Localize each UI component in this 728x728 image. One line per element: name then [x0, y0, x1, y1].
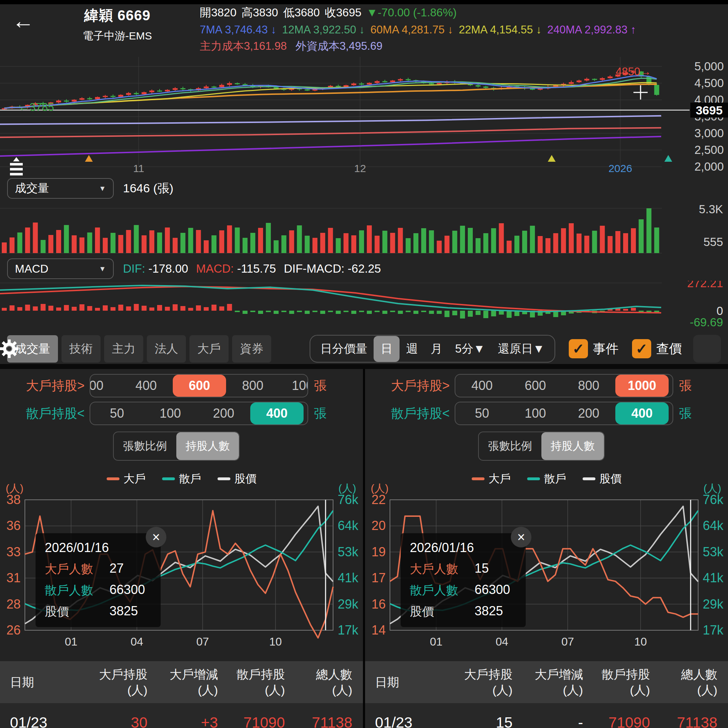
threshold-option-100[interactable]: 100	[509, 402, 562, 424]
threshold-selector[interactable]: 50100200400	[90, 402, 308, 425]
checkbox-查價[interactable]: ✓查價	[632, 339, 682, 358]
svg-text:07: 07	[561, 635, 574, 648]
cell: 01/23	[10, 714, 63, 728]
bottom-toolbar: 成交量技術主力法人大戶資券 日分價量日週月5分▼還原日▼ ✓事件✓查價	[0, 333, 728, 364]
svg-text:4,500: 4,500	[694, 76, 724, 90]
svg-text:53k: 53k	[338, 544, 359, 559]
period-5分▼[interactable]: 5分▼	[449, 341, 491, 357]
threshold-option-400[interactable]: 400	[455, 375, 509, 397]
cell: 71138	[650, 714, 717, 728]
view-toggle[interactable]: 張數比例持股人數	[113, 431, 240, 461]
toggle-持股人數[interactable]: 持股人數	[541, 432, 604, 460]
svg-text:76k: 76k	[338, 492, 359, 507]
table-row[interactable]: 01/2330+37109071138	[0, 703, 363, 728]
period-日分價量[interactable]: 日分價量	[314, 341, 373, 357]
toggle-張數比例[interactable]: 張數比例	[479, 432, 541, 460]
volume-indicator-dropdown[interactable]: 成交量 ▼	[7, 178, 114, 199]
filter-row-big-holders: 大戶持股>4006008001000張	[365, 374, 692, 398]
tooltip-row: 散戶人數66300	[410, 582, 517, 599]
stock-app: ← 緯穎 6669 電子中游-EMS 開3820高3830低3680收3695▼…	[0, 4, 728, 728]
tab-法人[interactable]: 法人	[147, 335, 186, 362]
period-週[interactable]: 週	[399, 341, 424, 357]
svg-text:12: 12	[354, 162, 366, 174]
toggle-張數比例[interactable]: 張數比例	[114, 432, 176, 460]
tooltip-value: 66300	[110, 582, 145, 599]
data-tooltip: 2026/01/16大戶人數27散戶人數66300股價3825×	[35, 533, 161, 627]
svg-text:07: 07	[196, 635, 209, 648]
svg-text:14: 14	[372, 623, 386, 637]
macd-chart[interactable]: 272.210-69.69	[0, 281, 728, 331]
threshold-option-1000[interactable]: 1000	[279, 375, 308, 397]
checkbox-group: ✓事件✓查價	[555, 339, 682, 358]
filter-label: 大戶持股>	[0, 377, 85, 395]
check-icon: ✓	[632, 339, 651, 358]
svg-text:17k: 17k	[703, 623, 724, 637]
tab-大戶[interactable]: 大戶	[190, 335, 229, 362]
holder-panels: 大戶持股>2004006008001000張散戶持股<50100200400張張…	[0, 369, 728, 728]
threshold-option-50[interactable]: 50	[455, 402, 509, 424]
tooltip-row: 散戶人數66300	[45, 582, 151, 599]
svg-text:01: 01	[430, 635, 442, 648]
threshold-option-200[interactable]: 200	[562, 402, 615, 424]
svg-text:22: 22	[372, 492, 386, 507]
cell: 15	[428, 714, 512, 728]
svg-text:272.21: 272.21	[687, 281, 723, 290]
threshold-selector[interactable]: 4006008001000	[455, 374, 673, 398]
threshold-option-100[interactable]: 100	[144, 402, 197, 424]
threshold-option-400[interactable]: 400	[250, 402, 304, 424]
col-header: 總人數(人)	[285, 661, 352, 703]
svg-text:64k: 64k	[703, 518, 724, 533]
filter-label: 散戶持股<	[0, 405, 85, 422]
threshold-option-800[interactable]: 800	[226, 375, 279, 397]
ohlc-item: 收3695	[325, 6, 361, 19]
holders-table: 日期大戶持股(人)大戶增減(人)散戶持股(人)總人數(人)01/2330+371…	[0, 658, 363, 728]
checkbox-事件[interactable]: ✓事件	[569, 339, 618, 358]
threshold-selector[interactable]: 2004006008001000	[90, 374, 308, 398]
threshold-option-1000[interactable]: 1000	[615, 375, 668, 397]
legend-dash-icon	[107, 477, 119, 480]
table-row[interactable]: 01/2315-7109071138	[365, 703, 728, 728]
close-icon[interactable]: ×	[146, 527, 166, 548]
tab-主力[interactable]: 主力	[104, 335, 143, 362]
tooltip-row: 大戶人數27	[45, 561, 151, 577]
threshold-option-200[interactable]: 200	[197, 402, 250, 424]
back-arrow-icon[interactable]: ←	[12, 10, 34, 32]
threshold-option-200[interactable]: 200	[90, 375, 119, 397]
legend-dash-icon	[472, 477, 485, 480]
threshold-option-400[interactable]: 400	[615, 402, 668, 424]
svg-text:11: 11	[133, 162, 144, 174]
holders-table: 日期大戶持股(人)大戶增減(人)散戶持股(人)總人數(人)01/2315-710…	[365, 658, 728, 728]
tooltip-label: 散戶人數	[45, 582, 110, 599]
tab-技術[interactable]: 技術	[61, 335, 101, 362]
ma-value: 60MA 4,281.75 ↓	[370, 23, 453, 36]
volume-header: 成交量 ▼ 1646 (張)	[0, 177, 728, 200]
settings-button[interactable]	[693, 335, 721, 362]
threshold-option-50[interactable]: 50	[90, 402, 144, 424]
close-icon[interactable]: ×	[511, 527, 531, 548]
ohlc-item: 低3680	[283, 6, 320, 19]
threshold-option-600[interactable]: 600	[173, 375, 226, 397]
threshold-option-600[interactable]: 600	[509, 375, 562, 397]
threshold-option-400[interactable]: 400	[119, 375, 173, 397]
svg-text:29k: 29k	[338, 597, 359, 612]
col-header: 散戶持股(人)	[583, 661, 650, 703]
col-header: 大戶增減(人)	[512, 661, 583, 703]
volume-bar-chart[interactable]: 5.3K555	[0, 200, 728, 256]
view-toggle[interactable]: 張數比例持股人數	[478, 431, 605, 461]
macd-indicator-dropdown[interactable]: MACD ▼	[7, 258, 114, 279]
event-marker-icon	[548, 155, 555, 162]
tab-資券[interactable]: 資券	[232, 335, 271, 362]
check-icon: ✓	[569, 339, 588, 358]
candlestick-chart[interactable]: 5,0004,5004,0003,5003,0002,5002,00036954…	[0, 44, 728, 177]
svg-text:2,500: 2,500	[694, 143, 724, 156]
toggle-持股人數[interactable]: 持股人數	[176, 432, 239, 460]
threshold-option-800[interactable]: 800	[562, 375, 615, 397]
period-還原日▼[interactable]: 還原日▼	[491, 341, 551, 357]
col-header: 大戶持股(人)	[428, 661, 512, 703]
period-月[interactable]: 月	[424, 341, 449, 357]
threshold-selector[interactable]: 50100200400	[455, 402, 673, 425]
svg-text:41k: 41k	[703, 570, 724, 585]
tooltip-date: 2026/01/16	[45, 540, 151, 555]
cell: 01/23	[375, 714, 428, 728]
period-日[interactable]: 日	[373, 336, 399, 362]
